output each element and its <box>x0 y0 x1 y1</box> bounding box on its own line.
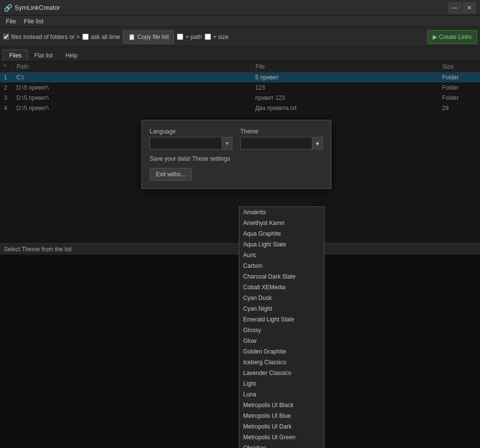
dropdown-item[interactable]: Charcoal Dark Slate <box>239 271 324 282</box>
ask-all-time-checkbox-label[interactable]: ask all time <box>82 34 120 40</box>
path-checkbox-label[interactable]: + path <box>177 34 202 40</box>
dropdown-item[interactable]: Aqua Light Slate <box>239 239 324 250</box>
dropdown-item[interactable]: Metropolis UI Blue <box>239 411 324 421</box>
dialog-message: Save your data! These settings <box>150 155 323 162</box>
minimize-button[interactable]: — <box>448 2 461 14</box>
copy-file-list-button[interactable]: 📋 Copy file list <box>123 30 174 44</box>
dropdown-item[interactable]: Cyan Dusk <box>239 293 324 303</box>
language-select[interactable] <box>150 137 232 149</box>
dropdown-item[interactable]: Carbon <box>239 261 324 271</box>
dropdown-item[interactable]: Obsidian <box>239 443 324 448</box>
dropdown-item[interactable]: Golden Graphite <box>239 346 324 357</box>
exit-without-button[interactable]: Exit witho... <box>150 168 192 181</box>
language-label: Language <box>150 128 232 135</box>
theme-select-wrapper: ▼ <box>240 137 323 149</box>
ask-all-time-checkbox[interactable] <box>82 34 89 40</box>
theme-dropdown-list: AmakritsAmethyst KamriAqua GraphiteAqua … <box>239 206 325 448</box>
files-checkbox[interactable] <box>3 34 9 40</box>
close-button[interactable]: ✕ <box>462 2 476 14</box>
files-checkbox-label[interactable]: files instead of folders or > <box>3 34 79 40</box>
dropdown-item[interactable]: Metropolis UI Green <box>239 432 324 443</box>
dropdown-item[interactable]: Amethyst Kamri <box>239 218 324 228</box>
dropdown-item[interactable]: Light <box>239 378 324 389</box>
create-links-button[interactable]: ▶ Create Links <box>427 30 477 44</box>
dropdown-item[interactable]: Metropolis UI Dark <box>239 421 324 432</box>
app-icon: 🔗 <box>4 4 12 12</box>
menu-file[interactable]: File <box>2 17 20 26</box>
title-bar: 🔗 SymLinkCreator — ✕ <box>0 0 480 16</box>
dropdown-item[interactable]: Glow <box>239 336 324 346</box>
title-bar-controls: — ✕ <box>448 2 476 14</box>
theme-dropdown-arrow-icon: ▼ <box>312 137 323 150</box>
menu-file-list[interactable]: File list <box>20 17 47 26</box>
status-text: Select Theme from the list <box>4 246 72 253</box>
language-field: Language ▼ <box>150 128 232 149</box>
dropdown-item[interactable]: Cyan Night <box>239 303 324 314</box>
dropdown-item[interactable]: Iceberg Classico <box>239 357 324 368</box>
table-area: * Path File Size 1 C:\ 5 привет Folder 2… <box>0 61 480 243</box>
dropdown-item[interactable]: Cobalt XEMedia <box>239 282 324 293</box>
settings-dialog: Language ▼ Theme <box>141 120 331 189</box>
theme-label: Theme <box>240 128 323 135</box>
dropdown-item[interactable]: Auric <box>239 250 324 261</box>
content-area: * Path File Size 1 C:\ 5 привет Folder 2… <box>0 61 480 255</box>
tab-flat-list[interactable]: Flat list <box>28 50 59 61</box>
dropdown-item[interactable]: Amakrits <box>239 207 324 218</box>
dialog-content: Language ▼ Theme <box>142 120 331 188</box>
toolbar: files instead of folders or > ask all ti… <box>0 27 480 47</box>
menu-bar: File File list <box>0 16 480 27</box>
dropdown-item[interactable]: Luna <box>239 389 324 400</box>
theme-field: Theme ▼ <box>240 128 323 149</box>
tabs: Files Flat list Help <box>0 47 480 61</box>
app-title: SymLinkCreator <box>15 4 448 11</box>
path-checkbox[interactable] <box>177 34 183 40</box>
theme-select-box[interactable]: ▼ <box>240 137 323 149</box>
app-window: 🔗 SymLinkCreator — ✕ File File list file… <box>0 0 480 448</box>
dropdown-item[interactable]: Aqua Graphite <box>239 228 324 239</box>
size-checkbox-label[interactable]: + size <box>205 34 229 40</box>
theme-dropdown-inner[interactable]: AmakritsAmethyst KamriAqua GraphiteAqua … <box>239 207 324 448</box>
size-checkbox[interactable] <box>205 34 211 40</box>
dialog-fields-row: Language ▼ Theme <box>150 128 323 149</box>
dialog-buttons: Exit witho... <box>150 168 323 181</box>
dropdown-item[interactable]: Emerald Light Slate <box>239 314 324 325</box>
language-select-wrapper: ▼ <box>150 137 232 149</box>
dropdown-item[interactable]: Metropolis UI Black <box>239 400 324 411</box>
dropdown-item[interactable]: Glossy <box>239 325 324 336</box>
tab-files[interactable]: Files <box>3 50 28 61</box>
tab-help[interactable]: Help <box>59 50 84 61</box>
dropdown-item[interactable]: Lavender Classico <box>239 368 324 378</box>
